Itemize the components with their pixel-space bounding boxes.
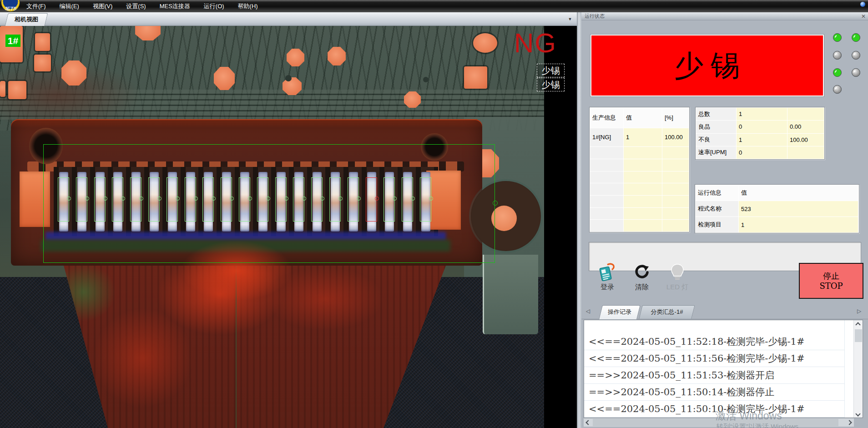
table-value-cell: 100.00 [662, 128, 689, 147]
table-label-cell: 1#[NG] [590, 128, 623, 147]
menu-item-6[interactable]: 帮助(H) [238, 2, 258, 10]
table-header-cell: [%] [662, 108, 689, 128]
tab-scroll-right-icon[interactable]: ▷ [857, 308, 861, 314]
menu-item-5[interactable]: 运行(O) [204, 2, 224, 10]
log-tab-strip: ◁ 操作记录 分类汇总-1# ▷ [581, 304, 868, 319]
log-entry[interactable]: <<==2024-05-05_11:52:18-检测完毕-少锡-1# [584, 333, 844, 350]
stats-table: 总数1良品00.00不良1100.00速率[UPM]0 [695, 107, 825, 160]
table-label-cell [590, 171, 623, 183]
pane-splitter[interactable] [577, 12, 581, 428]
pcb-photo [0, 26, 544, 428]
camera-tab-bar: 相机视图 ▼ [0, 12, 577, 26]
table-value-cell [662, 196, 689, 207]
led-bulb-icon [661, 263, 693, 282]
table-label-cell: 速率[UPM] [696, 146, 736, 159]
table-value-cell [787, 146, 824, 159]
camera-view: 1# NG 少锡少锡 [0, 26, 577, 428]
tab-scroll-left-icon[interactable]: ◁ [586, 308, 590, 314]
table-value-cell [662, 183, 689, 195]
stop-button[interactable]: 停止 STOP [799, 263, 863, 299]
login-badge-icon [591, 263, 623, 282]
table-label-cell [590, 208, 623, 220]
scroll-up-icon[interactable] [855, 322, 860, 327]
app-window: 文件(F)编辑(E)视图(V)设置(S)MES连接器运行(O)帮助(H) JET… [0, 0, 868, 428]
table-label-cell [590, 220, 623, 232]
table-label-cell: 不良 [696, 134, 736, 146]
run-info-table: 运行信息值程式名称523检测项目1 [695, 184, 859, 233]
board-edge-tab [483, 255, 538, 334]
status-led-gray [833, 85, 842, 94]
tab-camera-view[interactable]: 相机视图 [5, 13, 48, 26]
table-value-cell [624, 183, 662, 195]
menu-item-2[interactable]: 视图(V) [93, 2, 112, 10]
table-value-cell [662, 220, 689, 232]
status-banner: 少锡 [590, 34, 824, 97]
table-label-cell: 总数 [696, 108, 736, 120]
defect-tag: 少锡 [537, 64, 565, 77]
panel-close-icon[interactable]: ✕ [861, 13, 866, 20]
vscroll-thumb[interactable] [855, 329, 862, 342]
camera-pane: 相机视图 ▼ [0, 12, 577, 428]
copper-pad [8, 81, 26, 99]
copper-pad [0, 81, 5, 97]
table-label-cell [590, 159, 623, 171]
table-value-cell [662, 171, 689, 183]
log-entry[interactable]: ==>>2024-05-05_11:51:53-检测器开启 [584, 367, 844, 384]
via-dot [285, 75, 292, 81]
table-header-cell: 运行信息 [696, 185, 738, 201]
table-value-cell [624, 208, 662, 220]
log-rows: <<==2024-05-05_11:52:18-检测完毕-少锡-1#<<==20… [584, 333, 844, 418]
table-value-cell [624, 196, 662, 207]
table-value-cell: 0 [737, 146, 787, 159]
menu-item-0[interactable]: 文件(F) [26, 2, 46, 10]
menu-item-3[interactable]: 设置(S) [126, 2, 146, 10]
clear-button[interactable]: 清除 [626, 263, 658, 292]
table-value-cell [662, 159, 689, 171]
status-led-gray [852, 68, 860, 77]
table-header-cell: 生产信息 [590, 108, 623, 128]
led-light-button[interactable]: LED 灯 [661, 263, 693, 292]
copper-pad [34, 55, 51, 71]
tab-operation-log[interactable]: 操作记录 [599, 305, 641, 319]
log-vertical-scrollbar[interactable] [853, 320, 863, 418]
table-value-cell: 1 [737, 134, 787, 146]
table-header-cell: 值 [739, 185, 858, 201]
menu-item-4[interactable]: MES连接器 [160, 2, 190, 10]
operation-log-list[interactable]: <<==2024-05-05_11:52:18-检测完毕-少锡-1#<<==20… [584, 320, 863, 418]
log-entry[interactable]: ==>>2024-05-05_11:50:14-检测器停止 [584, 384, 844, 401]
table-value-cell [787, 108, 824, 120]
camera-pane-dropdown-button[interactable]: ▼ [566, 15, 574, 23]
inspection-roi-rectangle [43, 144, 495, 263]
scroll-right-icon[interactable] [847, 420, 852, 425]
log-entry[interactable]: <<==2024-05-05_11:50:10-检测完毕-少锡-1# [584, 401, 844, 418]
table-label-cell: 程式名称 [696, 201, 738, 217]
scroll-left-icon[interactable] [585, 420, 590, 425]
log-entry[interactable]: <<==2024-05-05_11:51:56-检测完毕-少锡-1# [584, 350, 844, 367]
cable-red-blotch [93, 308, 193, 408]
station-label: 1# [5, 35, 20, 47]
table-value-cell: 523 [739, 201, 858, 217]
table-header-cell: 值 [624, 108, 662, 128]
table-value-cell [624, 171, 662, 183]
scroll-down-icon[interactable] [855, 411, 860, 416]
menu-bar: 文件(F)编辑(E)视图(V)设置(S)MES连接器运行(O)帮助(H) [0, 0, 868, 12]
production-table: 生产信息值[%]1#[NG]1100.00 [589, 107, 690, 232]
table-label-cell: 良品 [696, 121, 736, 133]
table-value-cell [662, 147, 689, 159]
menu-item-1[interactable]: 编辑(E) [60, 2, 79, 10]
tab-classification-summary[interactable]: 分类汇总-1# [639, 305, 695, 319]
status-led-green [833, 33, 842, 42]
login-button[interactable]: 登录 [591, 263, 623, 292]
table-value-cell [624, 220, 662, 232]
table-value-cell: 0.00 [787, 121, 824, 133]
table-value-cell: 1 [739, 217, 858, 232]
menubar-corner-icon[interactable] [860, 2, 865, 7]
status-led-gray [852, 51, 860, 60]
status-led-green [833, 68, 842, 77]
defect-tag: 少锡 [537, 78, 565, 91]
table-value-cell [624, 147, 662, 159]
table-value-cell: 1 [624, 128, 662, 147]
status-led-green [852, 33, 860, 42]
panel-title: 运行状态 [581, 12, 868, 20]
inspection-result-text: NG [514, 30, 557, 57]
